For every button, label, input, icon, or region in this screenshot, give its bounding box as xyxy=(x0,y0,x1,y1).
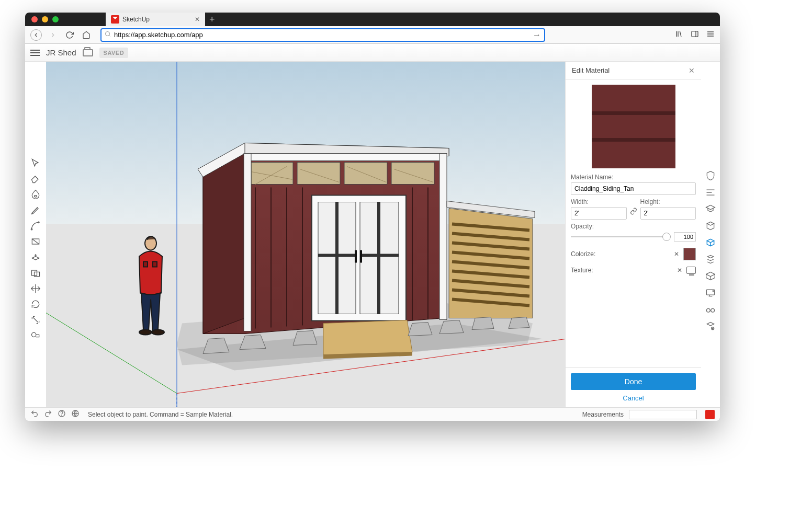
move-tool[interactable] xyxy=(28,281,43,296)
tray-views-icon[interactable] xyxy=(704,186,717,199)
traffic-lights xyxy=(31,16,59,22)
panel-title: Edit Material xyxy=(572,66,610,74)
model-view xyxy=(46,62,565,407)
svg-point-76 xyxy=(711,308,715,312)
svg-point-74 xyxy=(713,291,714,292)
svg-marker-66 xyxy=(472,317,494,330)
height-input[interactable] xyxy=(640,207,696,220)
pencil-tool[interactable] xyxy=(28,203,43,217)
folder-icon[interactable] xyxy=(83,49,93,56)
url-go-icon[interactable]: → xyxy=(533,30,541,40)
rotate-tool[interactable] xyxy=(28,297,43,312)
opacity-value-input[interactable] xyxy=(674,232,696,242)
svg-rect-24 xyxy=(344,163,387,185)
left-toolbar xyxy=(25,62,46,407)
height-label: Height: xyxy=(640,198,696,205)
right-tray xyxy=(701,62,720,407)
menu-icon[interactable] xyxy=(706,30,715,40)
sketchup-logo-icon xyxy=(705,410,715,419)
redo-icon[interactable] xyxy=(44,409,52,419)
texture-clear-icon[interactable]: ✕ xyxy=(677,267,682,274)
opacity-slider[interactable] xyxy=(571,236,671,237)
status-hint: Select object to paint. Command = Sample… xyxy=(88,411,233,418)
svg-rect-72 xyxy=(153,262,157,267)
tab-title: SketchUp xyxy=(122,16,150,23)
svg-rect-23 xyxy=(297,163,340,185)
material-preview-swatch xyxy=(592,85,675,168)
scale-tool[interactable] xyxy=(28,313,43,327)
svg-rect-46 xyxy=(244,154,251,331)
help-icon[interactable] xyxy=(58,409,66,419)
svg-rect-22 xyxy=(251,163,293,185)
done-button[interactable]: Done xyxy=(571,373,696,390)
window-minimize-button[interactable] xyxy=(42,16,48,22)
offset-tool[interactable] xyxy=(28,266,43,280)
svg-point-69 xyxy=(139,330,152,335)
select-tool[interactable] xyxy=(28,156,43,170)
cancel-link[interactable]: Cancel xyxy=(571,394,696,402)
measurements-input[interactable] xyxy=(629,410,697,419)
svg-rect-47 xyxy=(439,154,447,320)
new-tab-button[interactable]: + xyxy=(209,14,215,25)
library-icon[interactable] xyxy=(675,30,683,40)
svg-marker-54 xyxy=(439,320,464,334)
texture-label: Texture: xyxy=(571,267,677,274)
tray-tags-icon[interactable] xyxy=(704,320,717,332)
tray-layers-icon[interactable] xyxy=(704,253,717,266)
save-status-badge: SAVED xyxy=(99,48,129,58)
colorize-clear-icon[interactable]: ✕ xyxy=(674,250,679,258)
window-close-button[interactable] xyxy=(31,16,38,22)
width-input[interactable] xyxy=(571,207,627,220)
arc-tool[interactable] xyxy=(28,219,43,233)
shape-tool[interactable] xyxy=(28,234,43,249)
undo-icon[interactable] xyxy=(30,409,39,419)
opacity-label: Opacity: xyxy=(571,223,696,230)
back-button[interactable] xyxy=(30,29,42,41)
home-button[interactable] xyxy=(81,29,92,41)
url-input[interactable] xyxy=(114,31,529,39)
app-main: Edit Material ✕ Material Name: Width: xyxy=(25,62,720,407)
tape-tool[interactable] xyxy=(28,328,43,343)
tray-components-icon[interactable] xyxy=(704,220,717,232)
tab-close-icon[interactable]: ✕ xyxy=(195,16,200,23)
app-menu-button[interactable] xyxy=(30,50,40,56)
forward-button[interactable] xyxy=(47,29,59,41)
tray-styles-icon[interactable] xyxy=(704,203,717,215)
svg-point-4 xyxy=(38,222,40,223)
colorize-label: Colorize: xyxy=(571,250,674,258)
colorize-swatch[interactable] xyxy=(683,248,696,260)
tray-instructor-icon[interactable] xyxy=(704,169,717,182)
link-dimensions-icon[interactable] xyxy=(630,208,637,216)
browser-tabs: SketchUp ✕ + xyxy=(106,13,215,26)
tray-display-icon[interactable] xyxy=(704,286,717,299)
browser-urlbar: → xyxy=(25,26,720,44)
tray-eyeglasses-icon[interactable] xyxy=(704,303,717,316)
svg-point-2 xyxy=(35,196,37,197)
window-maximize-button[interactable] xyxy=(52,16,59,22)
svg-rect-44 xyxy=(355,250,357,263)
svg-rect-25 xyxy=(391,163,434,185)
svg-rect-21 xyxy=(245,154,444,161)
search-icon xyxy=(105,31,111,39)
url-input-wrap: → xyxy=(100,28,545,42)
tray-materials-icon[interactable] xyxy=(704,236,717,249)
canvas[interactable] xyxy=(46,62,565,407)
tray-scenes-icon[interactable] xyxy=(704,270,717,282)
texture-browse-icon[interactable] xyxy=(686,267,696,274)
panel-body: Material Name: Width: Height: Opacit xyxy=(566,79,701,367)
material-name-input[interactable] xyxy=(571,182,696,195)
geo-icon[interactable] xyxy=(71,409,80,419)
svg-point-75 xyxy=(707,308,710,312)
browser-tab-sketchup[interactable]: SketchUp ✕ xyxy=(106,13,205,26)
browser-toolbar-right xyxy=(675,30,715,40)
eraser-tool[interactable] xyxy=(28,171,43,186)
paint-tool[interactable] xyxy=(28,187,43,202)
width-label: Width: xyxy=(571,198,627,205)
reload-button[interactable] xyxy=(64,29,75,41)
sidebar-toggle-icon[interactable] xyxy=(691,30,699,40)
measurements-label: Measurements xyxy=(582,411,624,418)
panel-close-icon[interactable]: ✕ xyxy=(689,66,695,75)
svg-point-0 xyxy=(106,32,110,36)
pushpull-tool[interactable] xyxy=(28,250,43,265)
svg-marker-67 xyxy=(509,317,529,329)
